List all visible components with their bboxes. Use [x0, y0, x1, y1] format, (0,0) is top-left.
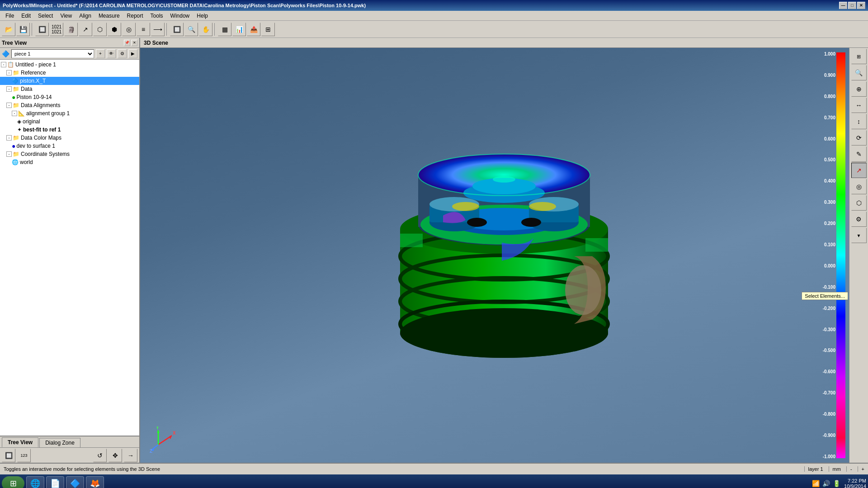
toolbar-save[interactable]: 💾	[16, 23, 30, 36]
toolbar-select[interactable]: 🔲	[35, 23, 49, 36]
rt-btn-12[interactable]: ▼	[851, 228, 867, 243]
close-button[interactable]: ✕	[857, 2, 865, 9]
expand-untitled[interactable]: -	[1, 62, 6, 67]
tree-node-piston10914[interactable]: ● Piston 10-9-14	[0, 93, 139, 101]
axes-indicator: X Y Z	[149, 427, 176, 454]
toolbar-digits[interactable]: 10211021	[50, 23, 63, 36]
rt-btn-7[interactable]: ✎	[851, 146, 867, 162]
tree-content[interactable]: - 📋 Untitled - piece 1 - 📁 Reference 🔷 p…	[0, 60, 139, 436]
maximize-button[interactable]: □	[848, 2, 856, 9]
menu-view[interactable]: View	[57, 12, 75, 20]
toolbar-pointer[interactable]: ↗	[79, 23, 92, 36]
tree-node-reference[interactable]: - 📁 Reference	[0, 69, 139, 77]
menu-align[interactable]: Align	[75, 12, 95, 20]
tab-dialogzone[interactable]: Dialog Zone	[39, 438, 80, 447]
rt-btn-select-elements[interactable]: ↗	[851, 163, 867, 178]
tree-node-dataalign[interactable]: - 📁 Data Alignments	[0, 101, 139, 109]
piece-play-btn[interactable]: ▶	[128, 49, 137, 58]
bottom-rotate-tool[interactable]: ↺	[93, 449, 107, 462]
expand-coordsys[interactable]: -	[6, 151, 12, 157]
rt-btn-9[interactable]: ◎	[851, 179, 867, 194]
menu-window[interactable]: Window	[167, 12, 193, 20]
rt-btn-1[interactable]: ⊞	[851, 49, 867, 64]
toolbar-lines[interactable]: ≡	[137, 23, 150, 36]
bottom-move-tool[interactable]: ✥	[108, 449, 122, 462]
toolbar-mesh[interactable]: ⬢	[108, 23, 121, 36]
tree-node-colormaps[interactable]: - 📁 Data Color Maps	[0, 134, 139, 142]
tree-node-aligngroup[interactable]: - 📐 alignment group 1	[0, 109, 139, 117]
taskbar-acrobat[interactable]: 📄	[46, 476, 64, 488]
bottom-digits-tool[interactable]: 123	[17, 449, 31, 462]
tree-node-devtosurface[interactable]: ● dev to surface 1	[0, 142, 139, 150]
taskbar-chrome[interactable]: 🌐	[26, 476, 44, 488]
toolbar-circle[interactable]: ◎	[122, 23, 136, 36]
rt-btn-6[interactable]: ⟳	[851, 130, 867, 145]
toolbar-extra[interactable]: ⊞	[261, 23, 275, 36]
expand-colormaps[interactable]: -	[6, 135, 12, 141]
piece-dropdown[interactable]: piece 1	[11, 49, 94, 58]
piece-add-btn[interactable]: +	[96, 49, 105, 58]
tree-node-data[interactable]: - 📁 Data	[0, 85, 139, 93]
rt-btn-3[interactable]: ⊕	[851, 81, 867, 97]
taskbar-polyworks[interactable]: 🔷	[66, 476, 84, 488]
toolbar-open[interactable]: 📂	[2, 23, 15, 36]
menu-help[interactable]: Help	[193, 12, 212, 20]
tree-node-untitled[interactable]: - 📋 Untitled - piece 1	[0, 61, 139, 69]
tree-view-pin[interactable]: 📌	[124, 40, 130, 46]
svg-point-30	[565, 265, 601, 315]
expand-aligngroup[interactable]: -	[12, 111, 17, 116]
svg-marker-35	[157, 430, 160, 433]
rt-btn-10[interactable]: ⬡	[851, 195, 867, 211]
rt-btn-4[interactable]: ↔	[851, 98, 867, 113]
piece-settings-btn[interactable]: ⚙	[118, 49, 127, 58]
scale-300: 0.300	[824, 200, 835, 205]
toolbar-chart[interactable]: 📊	[232, 23, 246, 36]
expand-reference[interactable]: -	[6, 70, 12, 75]
tree-node-pistonxt[interactable]: 🔷 piston.X_T	[0, 77, 139, 85]
piece-eye-btn[interactable]: 👁	[107, 49, 116, 58]
bottom-arrow-tool[interactable]: →	[124, 449, 137, 462]
tree-node-original[interactable]: ◈ original	[0, 117, 139, 126]
toolbar-pan[interactable]: ✋	[199, 23, 212, 36]
toolbar-3d[interactable]: 🗿	[64, 23, 78, 36]
scale-n900: -0.900	[823, 433, 835, 438]
start-button[interactable]: ⊞	[2, 476, 24, 488]
expand-dataalign[interactable]: -	[6, 103, 12, 108]
main-area: Tree View 📌 ✕ 🔷 piece 1 + 👁 ⚙ ▶ - 📋 Unti…	[0, 38, 868, 463]
rt-btn-2[interactable]: 🔍	[851, 65, 867, 80]
menu-report[interactable]: Report	[123, 12, 147, 20]
menu-tools[interactable]: Tools	[147, 12, 167, 20]
toolbar-views[interactable]: ⬡	[93, 23, 107, 36]
scale-1000: 1.000	[824, 52, 835, 56]
scene-canvas[interactable]: 1.000 0.900 0.800 0.700 0.600 0.500 0.40…	[140, 48, 868, 463]
menu-measure[interactable]: Measure	[95, 12, 123, 20]
tab-treeview[interactable]: Tree View	[2, 437, 38, 447]
toolbar-arrow[interactable]: ⟶	[151, 23, 165, 36]
rt-btn-11[interactable]: ⚙	[851, 211, 867, 227]
svg-point-22	[467, 218, 487, 227]
menu-select[interactable]: Select	[34, 12, 57, 20]
svg-text:Z: Z	[150, 449, 152, 454]
tree-node-coordsys[interactable]: - 📁 Coordinate Systems	[0, 150, 139, 158]
taskbar-browser[interactable]: 🦊	[86, 476, 104, 488]
status-zoom-plus[interactable]: +	[858, 466, 864, 472]
toolbar-export[interactable]: 📤	[247, 23, 260, 36]
status-zoom-minus[interactable]: -	[846, 466, 852, 472]
tree-node-world[interactable]: 🌐 world	[0, 158, 139, 166]
toolbar-table[interactable]: ▦	[218, 23, 231, 36]
tree-view-close[interactable]: ✕	[131, 40, 137, 46]
label-original: original	[23, 118, 40, 125]
expand-data[interactable]: -	[6, 86, 12, 92]
toolbar-zoom-box[interactable]: 🔲	[170, 23, 184, 36]
menu-edit[interactable]: Edit	[18, 12, 34, 20]
bottom-select-tool[interactable]: 🔲	[2, 449, 15, 462]
scale-n100: -0.100	[823, 285, 835, 290]
toolbar-zoom[interactable]: 🔍	[184, 23, 198, 36]
icon-bestfit: ✦	[17, 127, 22, 133]
rt-btn-5[interactable]: ↕	[851, 114, 867, 129]
piece-selector: 🔷 piece 1 + 👁 ⚙ ▶	[0, 48, 139, 60]
svg-point-26	[493, 176, 515, 183]
menu-file[interactable]: File	[2, 12, 18, 20]
minimize-button[interactable]: —	[839, 2, 847, 9]
tree-node-bestfit[interactable]: ✦ best-fit to ref 1	[0, 126, 139, 134]
